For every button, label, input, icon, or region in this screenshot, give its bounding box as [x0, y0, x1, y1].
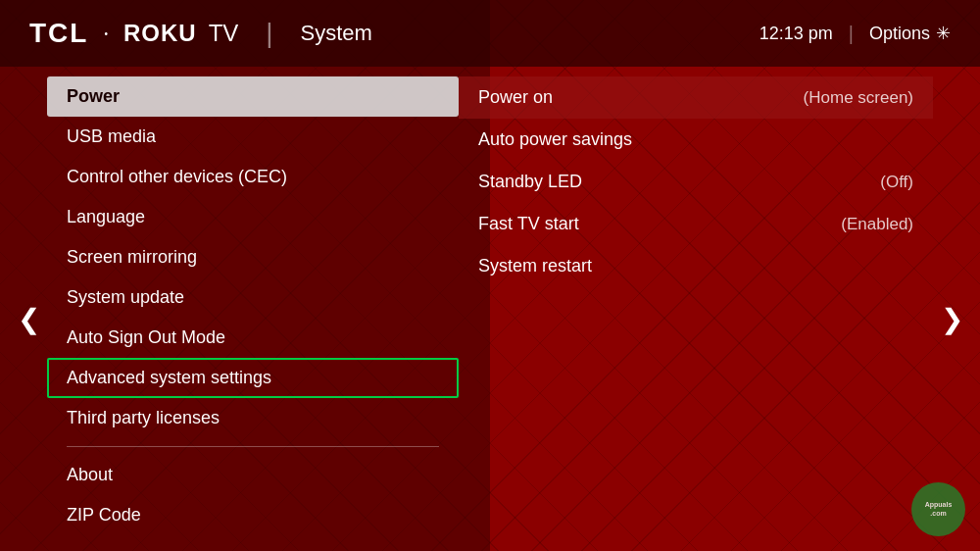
left-nav-arrow[interactable]: ❮	[0, 67, 47, 551]
right-menu-item-power-on[interactable]: Power on (Home screen)	[459, 76, 933, 119]
right-panel: Power on (Home screen) Auto power saving…	[459, 67, 980, 551]
logo-dot: •	[104, 28, 108, 39]
menu-item-usb-media[interactable]: USB media	[47, 117, 459, 157]
right-item-label: Standby LED	[478, 172, 582, 192]
menu-item-power[interactable]: Power	[47, 76, 459, 117]
right-nav-arrow[interactable]: ❯	[933, 76, 980, 541]
right-item-label: Auto power savings	[478, 129, 632, 150]
logo-tcl: TCL	[29, 18, 88, 49]
header: TCL • ROKU TV | System 12:13 pm | Option…	[0, 0, 980, 67]
right-item-label: Power on	[478, 87, 553, 108]
header-options-divider: |	[849, 23, 854, 45]
header-divider: |	[266, 18, 272, 49]
right-content: Power on (Home screen) Auto power saving…	[459, 76, 933, 541]
left-chevron-icon: ❮	[18, 303, 40, 335]
menu-item-third-party[interactable]: Third party licenses	[47, 398, 459, 438]
right-menu-list: Power on (Home screen) Auto power saving…	[459, 76, 933, 287]
main-content: ❮ Power USB media Control other devices …	[0, 67, 980, 551]
header-time: 12:13 pm	[760, 24, 833, 44]
menu-item-advanced-settings[interactable]: Advanced system settings	[47, 358, 459, 398]
logo-tv: TV	[209, 20, 239, 47]
header-left: TCL • ROKU TV | System	[29, 18, 372, 49]
options-label: Options	[869, 24, 930, 44]
menu-separator	[47, 446, 459, 447]
menu-item-system-update[interactable]: System update	[47, 277, 459, 318]
right-item-label: System restart	[478, 256, 592, 276]
options-button[interactable]: Options ✳	[869, 23, 951, 44]
menu-item-cec[interactable]: Control other devices (CEC)	[47, 157, 459, 197]
menu-item-screen-mirroring[interactable]: Screen mirroring	[47, 237, 459, 277]
right-menu-item-fast-tv-start[interactable]: Fast TV start (Enabled)	[459, 203, 933, 245]
watermark-text: Appuals.com	[925, 501, 953, 518]
right-item-value-fast-tv: (Enabled)	[841, 215, 913, 234]
right-menu-item-standby-led[interactable]: Standby LED (Off)	[459, 161, 933, 203]
menu-item-auto-sign-out[interactable]: Auto Sign Out Mode	[47, 318, 459, 358]
watermark-circle: Appuals.com	[911, 482, 965, 536]
right-chevron-icon: ❯	[941, 303, 963, 335]
left-menu-list: Power USB media Control other devices (C…	[47, 76, 459, 535]
right-item-label: Fast TV start	[478, 214, 579, 234]
header-system-title: System	[301, 21, 372, 46]
menu-item-language[interactable]: Language	[47, 197, 459, 237]
header-right: 12:13 pm | Options ✳	[760, 23, 951, 45]
menu-item-about[interactable]: About	[47, 455, 459, 495]
menu-item-zip-code[interactable]: ZIP Code	[47, 495, 459, 535]
watermark: Appuals.com	[892, 482, 970, 541]
options-star-icon: ✳	[936, 23, 951, 44]
right-menu-item-auto-power[interactable]: Auto power savings	[459, 119, 933, 161]
logo-roku: ROKU	[123, 20, 197, 47]
right-menu-item-system-restart[interactable]: System restart	[459, 245, 933, 287]
right-item-value-standby-led: (Off)	[880, 173, 913, 192]
right-item-value-power-on: (Home screen)	[804, 88, 913, 108]
left-panel: Power USB media Control other devices (C…	[47, 67, 459, 551]
